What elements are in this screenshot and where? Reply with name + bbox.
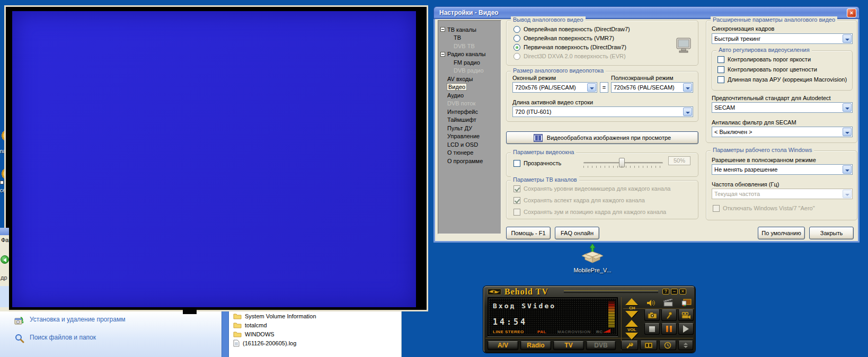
defaults-button[interactable]: По умолчанию (758, 227, 805, 239)
antialias-select[interactable]: < Выключен > (712, 127, 853, 137)
help-button[interactable]: Помощь - F1 (506, 227, 551, 239)
chevron-down-icon[interactable] (683, 108, 692, 116)
settings-wrench-button[interactable] (621, 341, 638, 350)
volume-label: VOL (627, 327, 636, 332)
group-title: Параметры видеоокна (511, 149, 576, 155)
list-item[interactable]: System Volume Information (233, 312, 316, 320)
close-dialog-button[interactable]: Закрыть (809, 227, 854, 239)
close-widget-button[interactable]: × (679, 289, 686, 294)
checkbox-brightness-threshold[interactable]: Контролировать порог яркости (718, 56, 811, 63)
tree-item-video-selected[interactable]: Видео (438, 83, 501, 92)
help-window-button[interactable]: ? (662, 289, 669, 294)
radio-label: Оверлейная поверхность (DirectDraw7) (524, 26, 630, 32)
list-item[interactable]: WINDOWS (233, 330, 274, 338)
recordings-film-button[interactable] (640, 341, 657, 350)
radio-mode-button[interactable]: Radio (520, 341, 551, 350)
channel-down-button[interactable] (625, 311, 638, 318)
tree-item-tv-channels[interactable]: ТВ каналы (438, 25, 501, 34)
back-button[interactable] (1, 255, 9, 264)
tv-mode-button[interactable]: TV (553, 341, 584, 350)
tree-label: Радио каналы (447, 51, 486, 57)
status-rc: RC (596, 329, 603, 334)
sync-select[interactable]: Быстрый трекинг (712, 33, 853, 44)
scheduler-clock-button[interactable] (659, 341, 676, 350)
fullscreen-mode-select[interactable]: 720x576 (PAL/SECAM) (611, 82, 693, 93)
video-window[interactable] (4, 5, 428, 311)
checkbox-chroma-threshold[interactable]: Контролировать порог цветности (718, 66, 817, 73)
record-video-button[interactable] (678, 309, 694, 321)
radio-overlay-dd7[interactable]: Оверлейная поверхность (DirectDraw7) (513, 25, 630, 33)
checkbox-icon[interactable] (718, 56, 724, 63)
radio-icon[interactable] (513, 35, 520, 42)
collapse-icon[interactable] (440, 27, 445, 32)
list-item[interactable]: (161126-200605).log (233, 339, 296, 347)
tree-item-interface[interactable]: Интерфейс (438, 108, 501, 116)
checkbox-agc-pause[interactable]: Длинная пауза АРУ (коррекция Macrovision… (718, 76, 847, 83)
tree-item-audio[interactable]: Аудио (438, 91, 501, 100)
snapshot-button[interactable] (644, 309, 660, 321)
chevron-down-icon[interactable] (683, 83, 692, 92)
tree-label: DVB ТВ (454, 43, 475, 49)
radio-primary-dd7[interactable]: Первичная поверхность (DirectDraw7) (513, 43, 626, 51)
group-stream-size: Размер аналогового видеопотока Оконный р… (506, 71, 698, 122)
tree-item-remote[interactable]: Пульт ДУ (438, 124, 501, 132)
radio-overlay-vmr7[interactable]: Оверлейная поверхность (VMR7) (513, 34, 614, 42)
video-processing-button[interactable]: Видеообработка изображения при просмотре (506, 131, 698, 144)
behold-tv-widget[interactable]: Behold TV ? – × Вход SVideo 14:54 LINE S… (483, 286, 695, 353)
tree-item-control[interactable]: Управление (438, 132, 501, 141)
transparency-checkbox[interactable]: Прозрачность (513, 159, 561, 167)
resolution-select[interactable]: Не менять разрешение (712, 164, 853, 175)
desktop-icon-mobilepre[interactable]: MobilePre_V... (562, 243, 623, 273)
record-audio-button[interactable] (661, 309, 677, 321)
pause-button[interactable] (661, 323, 677, 335)
checkbox-icon[interactable] (718, 66, 724, 73)
channel-up-button[interactable] (625, 298, 638, 305)
volume-up-button[interactable] (625, 320, 638, 327)
panel-divider (485, 338, 693, 338)
taskpane-item-search[interactable]: Поиск файлов и папок (15, 334, 146, 343)
window-mode-select[interactable]: 720x576 (PAL/SECAM) (512, 82, 597, 93)
expand-arrows-button[interactable] (678, 341, 693, 350)
taskpane-item-add-remove[interactable]: Установка и удаление программ (14, 316, 146, 326)
select-value: < Выключен > (714, 129, 752, 135)
tree-item-about-tuner[interactable]: О тюнере (438, 149, 501, 157)
display-mode-icon[interactable] (681, 299, 692, 307)
chevron-down-icon[interactable] (843, 34, 852, 43)
list-item[interactable]: totalcmd (233, 321, 267, 329)
video-window-tab (183, 309, 197, 314)
address-bar-fragment[interactable] (0, 286, 9, 307)
play-button[interactable] (678, 323, 694, 335)
tree-item-timeshift[interactable]: Таймшифт (438, 116, 501, 124)
checkbox-icon[interactable] (513, 160, 520, 167)
chevron-down-icon[interactable] (843, 165, 852, 174)
close-button[interactable]: × (847, 8, 856, 17)
file-name: WINDOWS (245, 331, 274, 337)
tree-item-about-program[interactable]: О программе (438, 157, 501, 165)
tree-item-lcd-osd[interactable]: LCD и OSD (438, 140, 501, 149)
tree-item-radio-channels[interactable]: Радио каналы (438, 50, 501, 59)
radio-icon[interactable] (513, 26, 520, 33)
chevron-down-icon[interactable] (587, 83, 596, 92)
tree-label: Пульт ДУ (447, 125, 472, 131)
chevron-down-icon[interactable] (843, 103, 852, 112)
volume-down-button[interactable] (625, 333, 638, 340)
minimize-button[interactable]: – (671, 289, 678, 294)
stop-button[interactable] (644, 323, 660, 335)
tree-item-av-inputs[interactable]: AV входы (438, 75, 501, 83)
autodetect-select[interactable]: SECAM (712, 102, 853, 113)
dvb-mode-button[interactable]: DVB (586, 341, 616, 350)
tree-item-tv[interactable]: ТВ (438, 34, 501, 42)
radio-icon-selected[interactable] (513, 44, 520, 51)
clapperboard-icon[interactable] (663, 299, 674, 307)
tree-item-fm-radio[interactable]: FM радио (438, 58, 501, 67)
faq-button[interactable]: FAQ онлайн (555, 227, 599, 239)
mute-speaker-icon[interactable] (646, 299, 656, 307)
line-length-select[interactable]: 720 (ITU-601) (512, 106, 693, 117)
checkbox-label: Сохранять аспект кадра для каждого канал… (524, 197, 645, 203)
av-mode-button[interactable]: A/V (488, 341, 518, 350)
collapse-icon[interactable] (440, 52, 445, 57)
explorer-menu-fragment[interactable]: Фай (1, 237, 9, 243)
chevron-down-icon[interactable] (843, 128, 852, 136)
checkbox-icon[interactable] (718, 76, 724, 83)
tree-label: Таймшифт (447, 117, 476, 123)
